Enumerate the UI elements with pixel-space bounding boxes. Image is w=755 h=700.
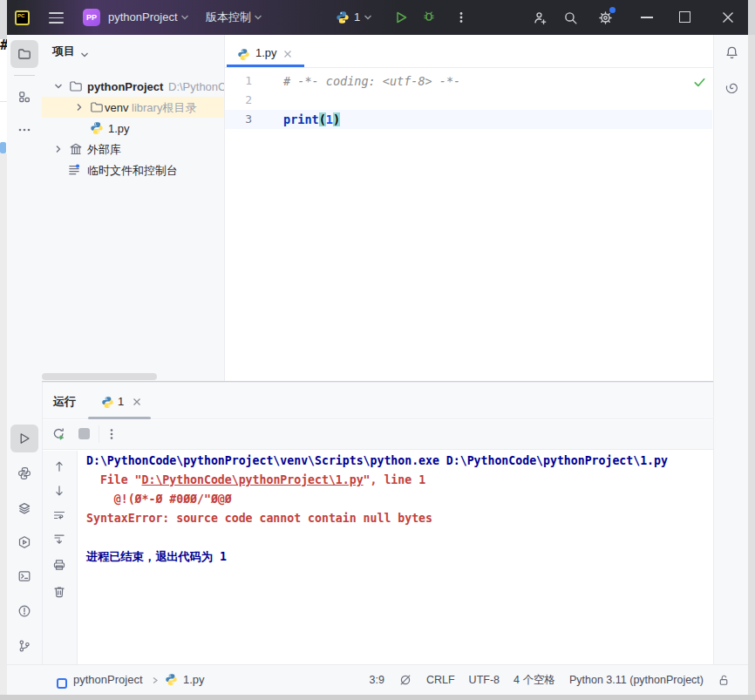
run-tool-icon[interactable]: [17, 432, 31, 445]
tab-1py[interactable]: 1.py: [226, 35, 303, 67]
prev-occurrence-icon[interactable]: [52, 459, 66, 473]
chevron-down-icon[interactable]: [80, 51, 89, 58]
editor-tab-bar: 1.py: [225, 35, 713, 68]
activity-bar: [7, 35, 42, 664]
services-layers-icon[interactable]: [17, 501, 31, 515]
run-console[interactable]: D:\PythonCode\pythonProject\venv\Scripts…: [86, 452, 712, 567]
license-indicator-icon[interactable]: [57, 678, 67, 689]
run-panel-header: 运行 1: [43, 383, 713, 419]
chevron-down-icon: [180, 14, 189, 21]
line-number: 2: [225, 91, 252, 110]
background-sliver-divider: [0, 101, 7, 102]
run-button[interactable]: [393, 10, 409, 25]
pycharm-logo[interactable]: PC: [15, 10, 30, 25]
scratches-icon: [67, 163, 81, 177]
inspection-ok-check-icon[interactable]: [693, 76, 706, 89]
python-file-icon: [237, 48, 250, 61]
project-badge[interactable]: PP: [83, 9, 100, 26]
titlebar: PC PP pythonProject 版本控制 1: [7, 0, 748, 35]
line-number: 1: [225, 71, 252, 91]
window-minimize-button[interactable]: [641, 17, 653, 18]
code-line-comment[interactable]: # -*- coding: <utf-8> -*-: [283, 71, 460, 91]
breadcrumb-project[interactable]: pythonProject: [73, 665, 143, 695]
chevron-collapsed-icon[interactable]: [75, 103, 84, 112]
python-packages-icon[interactable]: [17, 466, 31, 480]
code-with-me-icon[interactable]: [533, 10, 548, 25]
file-encoding[interactable]: UTF-8: [469, 673, 500, 687]
caret-position[interactable]: 3:9: [370, 673, 384, 687]
run-panel-title[interactable]: 运行: [53, 394, 76, 410]
window-close-button[interactable]: [721, 10, 735, 24]
notifications-bell-icon[interactable]: [724, 45, 739, 60]
tab-label: 1.py: [255, 46, 277, 59]
stop-button-disabled: [78, 428, 90, 439]
tree-item-1py[interactable]: 1.py: [42, 118, 224, 139]
run-tab-label[interactable]: 1: [118, 395, 124, 408]
titlebar-project-name[interactable]: pythonProject: [108, 0, 178, 35]
venv-name: venv: [105, 100, 128, 115]
clear-console-trash-icon[interactable]: [52, 585, 66, 599]
more-actions-icon[interactable]: [454, 10, 468, 24]
problems-icon[interactable]: [17, 604, 31, 618]
more-options-icon[interactable]: [105, 427, 119, 441]
next-occurrence-icon[interactable]: [52, 484, 66, 498]
python-interpreter[interactable]: Python 3.11 (pythonProject): [569, 673, 704, 687]
window-maximize-button[interactable]: [679, 11, 690, 23]
paren-open: (: [319, 112, 326, 126]
rerun-icon[interactable]: [51, 426, 66, 441]
settings-notification-dot: [609, 7, 616, 13]
project-root-path: D:\PythonCo: [168, 79, 224, 94]
unlocked-icon[interactable]: [718, 674, 731, 687]
search-icon[interactable]: [563, 10, 578, 25]
soft-wrap-icon[interactable]: [52, 508, 66, 522]
console-file-link[interactable]: D:\PythonCode\pythonProject\1.py: [142, 473, 364, 486]
folder-icon: [69, 79, 83, 93]
divider: [14, 75, 35, 76]
horizontal-scrollbar[interactable]: [42, 373, 157, 380]
tree-item-venv[interactable]: venvlibrary根目录: [42, 97, 224, 118]
code-line-print[interactable]: print(1): [283, 110, 340, 129]
git-branch-icon[interactable]: [17, 639, 31, 653]
tab-close-icon[interactable]: [283, 50, 292, 58]
right-toolbar: [713, 35, 748, 664]
console-garbled-line: @!(Ø*-Ø #0ØØ/"Ø@Ø: [86, 490, 712, 509]
background-sliver-paper: [0, 39, 7, 153]
project-panel-title[interactable]: 项目: [52, 44, 75, 59]
tab-close-icon[interactable]: [133, 398, 141, 406]
line-separator[interactable]: CRLF: [426, 673, 455, 687]
console-error-line: SyntaxError: source code cannot contain …: [86, 509, 712, 528]
vcs-menu[interactable]: 版本控制: [206, 0, 251, 35]
divider: [99, 425, 99, 443]
desktop-edge-right-top: [748, 0, 755, 35]
chevron-expanded-icon[interactable]: [54, 82, 63, 91]
desktop-edge-bottom: [0, 695, 755, 700]
structure-icon[interactable]: [17, 90, 31, 104]
run-tool-window: 运行 1 D:\PythonCode\pythonProject\venv\Sc…: [42, 382, 713, 664]
chevron-collapsed-icon[interactable]: [54, 145, 63, 153]
project-root-name: pythonProject: [87, 79, 163, 94]
scroll-to-end-icon[interactable]: [52, 533, 66, 547]
services-icon[interactable]: [17, 535, 31, 549]
console-gutter: [43, 451, 78, 665]
file-1py-label: 1.py: [108, 121, 130, 136]
line-number: 3: [225, 110, 252, 129]
background-sliver-icon: [0, 142, 6, 153]
run-config-name[interactable]: 1: [354, 0, 360, 35]
more-tools-icon[interactable]: [17, 123, 31, 137]
debug-button[interactable]: [422, 9, 436, 23]
ai-assistant-icon[interactable]: [724, 80, 739, 95]
main-menu-icon[interactable]: [49, 12, 64, 24]
breadcrumb-file[interactable]: 1.py: [183, 665, 205, 695]
tree-item-project-root[interactable]: pythonProjectD:\PythonCo: [42, 76, 224, 97]
console-exit-line: 进程已结束，退出代码为 1: [86, 547, 712, 567]
project-folder-icon[interactable]: [17, 47, 31, 61]
print-icon[interactable]: [52, 558, 66, 572]
tree-item-scratches[interactable]: 临时文件和控制台: [42, 160, 224, 180]
highlighting-level-icon[interactable]: [398, 673, 412, 687]
library-icon: [69, 142, 83, 156]
project-tool-window: 项目 pythonProjectD:\PythonCo venvlibrary根…: [42, 35, 225, 381]
indent-style[interactable]: 4 个空格: [514, 673, 555, 687]
python-file-icon: [90, 121, 104, 135]
tree-item-external-libraries[interactable]: 外部库: [42, 139, 224, 160]
terminal-icon[interactable]: [17, 569, 31, 583]
